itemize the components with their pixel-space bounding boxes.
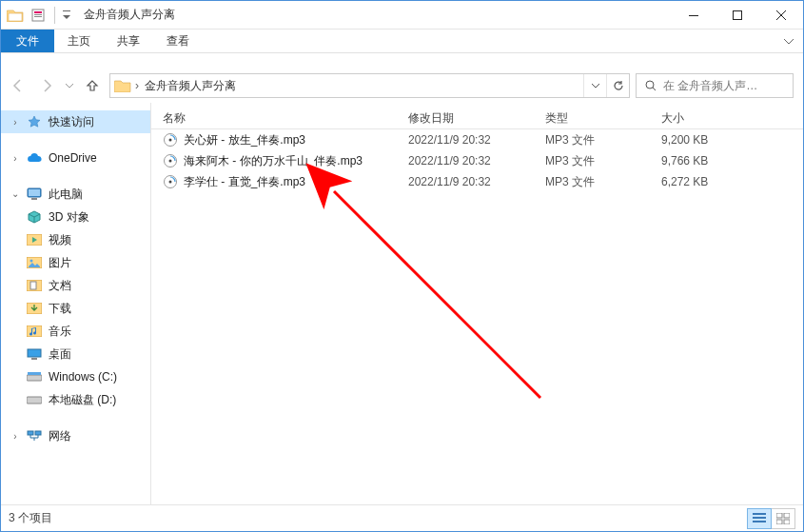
nav-label: 下载 <box>49 301 71 317</box>
search-placeholder: 在 金舟音频人声… <box>663 78 787 94</box>
svg-rect-38 <box>784 520 790 524</box>
audio-file-icon <box>163 132 178 148</box>
nav-label: 桌面 <box>49 346 71 363</box>
ribbon-expand-button[interactable] <box>775 30 803 52</box>
svg-point-27 <box>169 139 172 142</box>
svg-rect-6 <box>689 15 698 16</box>
nav-this-pc[interactable]: ⌄ 此电脑 <box>1 183 150 206</box>
file-date: 2022/11/9 20:32 <box>397 175 534 188</box>
nav-3d-objects[interactable]: 3D 对象 <box>1 206 150 228</box>
svg-point-31 <box>169 181 172 184</box>
refresh-button[interactable] <box>606 74 629 97</box>
nav-label: 快速访问 <box>49 114 94 130</box>
music-folder-icon <box>26 323 43 340</box>
nav-label: 网络 <box>49 428 71 444</box>
nav-label: 音乐 <box>49 324 71 340</box>
nav-downloads[interactable]: 下载 <box>1 297 150 320</box>
minimize-button[interactable] <box>672 1 716 30</box>
svg-rect-3 <box>34 14 42 15</box>
col-date[interactable]: 修改日期 <box>397 110 534 127</box>
svg-point-14 <box>30 260 33 263</box>
status-bar: 3 个项目 <box>1 504 803 531</box>
drive-icon <box>26 391 43 408</box>
nav-label: 文档 <box>49 278 71 294</box>
qat-dropdown-icon[interactable] <box>61 5 72 26</box>
file-type: MP3 文件 <box>534 153 650 169</box>
address-bar[interactable]: › 金舟音频人声分离 <box>109 73 630 98</box>
svg-rect-24 <box>28 431 33 435</box>
close-button[interactable] <box>759 1 803 30</box>
file-type: MP3 文件 <box>534 132 650 148</box>
body-split: › 快速访问 › OneDrive ⌄ 此电脑 <box>1 103 803 504</box>
window-title: 金舟音频人声分离 <box>84 7 175 23</box>
desktop-icon <box>26 345 43 363</box>
chevron-right-icon[interactable]: › <box>10 117 20 128</box>
col-name[interactable]: 名称 <box>151 110 397 127</box>
explorer-window: 金舟音频人声分离 文件 主页 共享 查看 <box>0 0 804 532</box>
svg-rect-22 <box>28 372 41 375</box>
svg-rect-36 <box>784 513 790 518</box>
network-icon <box>26 427 43 444</box>
folder-icon <box>110 74 135 97</box>
file-row[interactable]: 李学仕 - 直觉_伴奏.mp32022/11/9 20:32MP3 文件6,27… <box>151 171 803 192</box>
file-size: 6,272 KB <box>650 175 755 188</box>
file-row[interactable]: 关心妍 - 放生_伴奏.mp32022/11/9 20:32MP3 文件9,20… <box>151 129 803 150</box>
nav-up-button[interactable] <box>81 74 104 97</box>
documents-folder-icon <box>26 277 43 294</box>
file-date: 2022/11/9 20:32 <box>397 133 534 147</box>
nav-onedrive[interactable]: › OneDrive <box>1 147 150 169</box>
svg-rect-19 <box>28 349 41 357</box>
file-size: 9,200 KB <box>650 133 755 147</box>
nav-documents[interactable]: 文档 <box>1 274 150 297</box>
properties-icon[interactable] <box>28 5 49 26</box>
file-name: 李学仕 - 直觉_伴奏.mp3 <box>184 174 305 190</box>
nav-network[interactable]: › 网络 <box>1 424 150 447</box>
ribbon-tab-view[interactable]: 查看 <box>153 30 203 52</box>
nav-music[interactable]: 音乐 <box>1 320 150 343</box>
nav-desktop[interactable]: 桌面 <box>1 343 150 365</box>
star-icon <box>26 113 43 130</box>
column-header: 名称 修改日期 类型 大小 <box>151 103 803 129</box>
svg-rect-7 <box>734 10 742 19</box>
file-row[interactable]: 海来阿木 - 你的万水千山_伴奏.mp32022/11/9 20:32MP3 文… <box>151 150 803 171</box>
svg-rect-0 <box>9 13 22 21</box>
svg-rect-20 <box>31 358 37 360</box>
svg-rect-25 <box>35 431 41 435</box>
maximize-button[interactable] <box>716 1 759 30</box>
nav-label: 本地磁盘 (D:) <box>49 392 116 408</box>
downloads-folder-icon <box>26 300 43 317</box>
nav-quick-access[interactable]: › 快速访问 <box>1 110 150 133</box>
nav-label: OneDrive <box>49 151 97 165</box>
nav-pictures[interactable]: 图片 <box>1 251 150 274</box>
nav-label: 此电脑 <box>49 187 83 203</box>
file-date: 2022/11/9 20:32 <box>397 154 534 167</box>
nav-videos[interactable]: 视频 <box>1 228 150 251</box>
nav-tree: › 快速访问 › OneDrive ⌄ 此电脑 <box>1 103 151 504</box>
chevron-down-icon[interactable]: ⌄ <box>10 188 20 199</box>
nav-forward-button[interactable] <box>35 74 58 97</box>
ribbon-tab-share[interactable]: 共享 <box>104 30 153 52</box>
file-name: 海来阿木 - 你的万水千山_伴奏.mp3 <box>184 153 363 169</box>
col-size[interactable]: 大小 <box>650 110 755 127</box>
chevron-right-icon[interactable]: › <box>10 153 20 164</box>
svg-rect-11 <box>31 198 37 200</box>
ribbon-tab-home[interactable]: 主页 <box>54 30 104 52</box>
nav-drive-c[interactable]: Windows (C:) <box>1 365 150 388</box>
search-input[interactable]: 在 金舟音频人声… <box>636 73 794 98</box>
nav-back-button[interactable] <box>7 74 29 97</box>
view-large-icons-button[interactable] <box>771 508 795 529</box>
breadcrumb-folder[interactable]: 金舟音频人声分离 <box>143 78 242 94</box>
nav-drive-d[interactable]: 本地磁盘 (D:) <box>1 388 150 411</box>
svg-rect-4 <box>34 16 42 17</box>
svg-rect-5 <box>63 10 70 11</box>
address-dropdown-button[interactable] <box>583 74 606 97</box>
nav-label: Windows (C:) <box>49 370 117 384</box>
nav-label: 3D 对象 <box>49 209 89 226</box>
svg-rect-2 <box>34 11 42 13</box>
nav-history-dropdown[interactable] <box>64 82 75 89</box>
ribbon-file-tab[interactable]: 文件 <box>1 30 54 52</box>
view-details-button[interactable] <box>747 508 772 529</box>
chevron-right-icon[interactable]: › <box>10 431 20 442</box>
col-type[interactable]: 类型 <box>534 110 650 127</box>
file-type: MP3 文件 <box>534 174 650 190</box>
